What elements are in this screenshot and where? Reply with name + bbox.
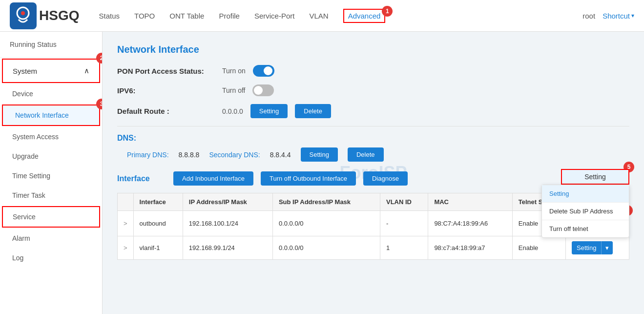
secondary-dns-value: 8.8.4.4 — [270, 151, 291, 159]
setting-dropdown[interactable]: Setting Setting Delete Sub IP Address Tu… — [561, 169, 629, 185]
col-ip: IP Address/IP Mask — [183, 193, 272, 211]
dns-delete-btn[interactable]: Delete — [348, 147, 384, 162]
shortcut-label: Shortcut — [602, 12, 630, 20]
add-inbound-btn[interactable]: Add Inbound Interface — [173, 171, 253, 186]
row1-sub-ip: 0.0.0.0/0 — [272, 211, 380, 236]
sidebar-item-timer-task[interactable]: Timer Task — [0, 186, 102, 205]
row2-vlan-id: 1 — [380, 236, 428, 260]
sidebar: Running Status System ∧ 2 Device Network… — [0, 32, 103, 314]
sidebar-running-status[interactable]: Running Status — [0, 32, 102, 58]
ipv6-toggle[interactable] — [252, 84, 274, 96]
row1-vlan-id: - — [380, 211, 428, 236]
dropdown-menu: Setting Delete Sub IP Address Turn off t… — [541, 185, 629, 238]
logo-text: HSGQ — [39, 8, 79, 23]
row2-dropdown-arrow[interactable]: ▾ — [601, 241, 613, 254]
setting-box-label: Setting — [584, 173, 606, 181]
row2-setting-btn[interactable]: Setting — [572, 241, 601, 254]
default-route-value: 0.0.0.0 — [222, 107, 243, 115]
nav-vlan[interactable]: VLAN — [309, 9, 328, 22]
main-content: ForoISP Network Interface PON Port Acces… — [103, 32, 644, 314]
sidebar-item-time-setting[interactable]: Time Setting — [0, 166, 102, 186]
row2-sub-ip: 0.0.0.0/0 — [272, 236, 380, 260]
sidebar-item-service[interactable]: Service — [2, 206, 100, 228]
default-route-row: Default Route : 0.0.0.0 Setting Delete — [117, 104, 629, 118]
default-route-delete-btn[interactable]: Delete — [295, 104, 331, 118]
row2-ip: 192.168.99.1/24 — [183, 236, 272, 260]
setting-dropdown-container: 5 Setting Setting Delete Sub IP Address … — [561, 169, 629, 185]
dns-section: DNS: Primary DNS: 8.8.8.8 Secondary DNS:… — [117, 134, 629, 162]
sidebar-item-device[interactable]: Device — [0, 84, 102, 104]
sidebar-item-upgrade[interactable]: Upgrade — [0, 147, 102, 166]
nav-ont-table[interactable]: ONT Table — [169, 9, 204, 22]
setting-box[interactable]: Setting — [561, 169, 629, 185]
default-route-setting-btn[interactable]: Setting — [250, 104, 288, 118]
page-title: Network Interface — [117, 44, 629, 55]
interface-title: Interface — [117, 174, 166, 183]
nav-advanced[interactable]: Advanced — [343, 9, 386, 23]
chevron-down-icon: ▾ — [631, 12, 634, 19]
row2-mac: 98:c7:a4:18:99:a7 — [428, 236, 512, 260]
dropdown-item-setting[interactable]: Setting — [542, 185, 629, 202]
sidebar-section-system[interactable]: System ∧ — [2, 59, 100, 83]
nav-topo[interactable]: TOPO — [134, 9, 155, 22]
header: HSGQ Status TOPO ONT Table Profile Servi… — [0, 0, 644, 32]
nav-user: root — [582, 12, 595, 20]
dropdown-item-turn-off-telnet[interactable]: Turn off telnet — [542, 220, 629, 237]
svg-rect-0 — [10, 2, 37, 29]
col-sub-ip: Sub IP Address/IP Mask — [272, 193, 380, 211]
interface-header: Interface Add Inbound Interface Turn off… — [117, 171, 629, 186]
nav-service-port[interactable]: Service-Port — [254, 9, 295, 22]
row2-telnet: Enable — [512, 236, 565, 260]
col-vlan-id: VLAN ID — [380, 193, 428, 211]
sidebar-item-system-access[interactable]: System Access — [0, 127, 102, 147]
logo-area: HSGQ — [10, 2, 79, 29]
toggle-slider-on — [253, 65, 274, 77]
row1-ip: 192.168.100.1/24 — [183, 211, 272, 236]
diagnose-btn[interactable]: Diagnose — [363, 171, 408, 186]
pon-port-value: Turn on — [222, 67, 246, 75]
nav-links: Status TOPO ONT Table Profile Service-Po… — [99, 9, 582, 22]
sidebar-item-log[interactable]: Log — [0, 248, 102, 268]
ipv6-value: Turn off — [222, 86, 245, 94]
primary-dns-label: Primary DNS: — [127, 151, 169, 159]
turn-off-outbound-btn[interactable]: Turn off Outbound Interface — [261, 171, 356, 186]
nav-status[interactable]: Status — [99, 9, 120, 22]
dropdown-item-delete-sub-ip[interactable]: Delete Sub IP Address — [542, 203, 629, 220]
pon-port-row: PON Port Access Status: Turn on — [117, 65, 629, 77]
logo-icon — [10, 2, 37, 29]
secondary-dns-label: Secondary DNS: — [209, 151, 260, 159]
ipv6-row: IPV6: Turn off — [117, 84, 629, 96]
row1-interface: outbound — [133, 211, 183, 236]
pon-port-toggle[interactable] — [253, 65, 274, 77]
row1-mac: 98:C7:A4:18:99:A6 — [428, 211, 512, 236]
col-expand — [118, 193, 134, 211]
dns-row: Primary DNS: 8.8.8.8 Secondary DNS: 8.8.… — [117, 147, 629, 162]
toggle-slider-off — [252, 84, 274, 96]
sidebar-item-alarm[interactable]: Alarm — [0, 229, 102, 248]
table-row: > vlanif-1 192.168.99.1/24 0.0.0.0/0 1 9… — [118, 236, 629, 260]
row1-expand[interactable]: > — [118, 211, 134, 236]
annotation-1: 1 — [382, 6, 393, 17]
primary-dns-value: 8.8.8.8 — [179, 151, 200, 159]
pon-port-label: PON Port Access Status: — [117, 67, 215, 75]
row2-expand[interactable]: > — [118, 236, 134, 260]
system-label: System — [13, 67, 37, 75]
col-mac: MAC — [428, 193, 512, 211]
dns-label: DNS: — [117, 134, 629, 143]
col-interface: Interface — [133, 193, 183, 211]
row2-interface: vlanif-1 — [133, 236, 183, 260]
sidebar-item-network-interface[interactable]: Network Interface — [2, 105, 100, 126]
default-route-label: Default Route : — [117, 107, 215, 115]
ipv6-label: IPV6: — [117, 86, 215, 95]
nav-profile[interactable]: Profile — [219, 9, 240, 22]
layout: Running Status System ∧ 2 Device Network… — [0, 32, 644, 314]
nav-shortcut[interactable]: Shortcut ▾ — [602, 12, 634, 20]
dns-setting-btn[interactable]: Setting — [301, 147, 338, 162]
row2-action: Setting ▾ — [566, 236, 629, 260]
nav-right: root Shortcut ▾ — [582, 12, 634, 20]
collapse-icon: ∧ — [84, 66, 89, 75]
svg-point-2 — [21, 11, 25, 15]
